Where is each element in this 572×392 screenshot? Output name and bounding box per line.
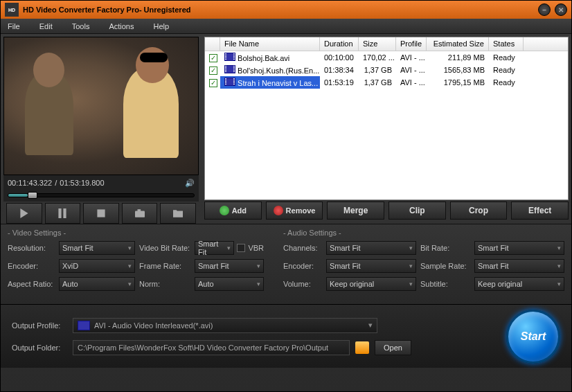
open-folder-button[interactable] bbox=[160, 203, 196, 224]
output-panel: Output Profile: AVI - Audio Video Interl… bbox=[1, 304, 571, 368]
menu-file[interactable]: File bbox=[8, 22, 20, 30]
lbl-vbr: VBR bbox=[248, 244, 264, 252]
file-est-size: 1795,15 MB bbox=[427, 77, 489, 88]
lbl-samplerate: Sample Rate: bbox=[420, 262, 470, 270]
col-header-state[interactable]: States bbox=[489, 37, 524, 51]
app-logo-icon: HD bbox=[5, 3, 19, 17]
file-name: Bolshoj.Bak.avi bbox=[238, 54, 289, 62]
file-list: File Name Duration Size Profile Estimate… bbox=[204, 37, 569, 200]
audio-bitrate-select[interactable]: Smart Fit bbox=[474, 241, 564, 255]
audio-encoder-select[interactable]: Smart Fit bbox=[326, 259, 416, 273]
seek-slider[interactable] bbox=[3, 190, 199, 202]
menu-edit[interactable]: Edit bbox=[39, 22, 53, 30]
file-profile: AVI - ... bbox=[396, 64, 427, 75]
samplerate-select[interactable]: Smart Fit bbox=[474, 259, 564, 273]
time-display: 00:11:43.322 / 01:53:19.800 🔊 bbox=[3, 175, 199, 190]
col-header-name[interactable]: File Name bbox=[220, 37, 320, 51]
file-duration: 01:53:19 bbox=[320, 77, 359, 88]
menu-help[interactable]: Help bbox=[153, 22, 169, 30]
file-checkbox[interactable]: ✓ bbox=[209, 66, 217, 75]
file-duration: 01:38:34 bbox=[320, 64, 359, 75]
col-header-duration[interactable]: Duration bbox=[320, 37, 359, 51]
settings-panel: - Video Settings - Resolution: Smart Fit… bbox=[1, 224, 571, 304]
lbl-resolution: Resolution: bbox=[8, 244, 55, 252]
aspect-select[interactable]: Auto bbox=[59, 277, 135, 291]
player-controls bbox=[3, 202, 199, 225]
window-title: HD Video Converter Factory Pro- Unregist… bbox=[23, 6, 534, 14]
file-est-size: 211,89 MB bbox=[427, 52, 489, 63]
col-header-est[interactable]: Estimated Size bbox=[427, 37, 489, 51]
video-encoder-select[interactable]: XviD bbox=[59, 259, 135, 273]
file-state: Ready bbox=[489, 77, 524, 88]
film-icon bbox=[224, 78, 235, 86]
remove-button[interactable]: Remove bbox=[266, 202, 323, 220]
lbl-framerate: Frame Rate: bbox=[139, 262, 190, 270]
open-output-button[interactable]: Open bbox=[375, 340, 411, 355]
play-button[interactable] bbox=[6, 203, 42, 224]
menu-tools[interactable]: Tools bbox=[72, 22, 90, 30]
start-button[interactable]: Start bbox=[506, 310, 560, 364]
file-size: 1,37 GB bbox=[359, 64, 396, 75]
crop-button[interactable]: Crop bbox=[450, 202, 508, 220]
pause-button[interactable] bbox=[45, 203, 81, 224]
lbl-abitrate: Bit Rate: bbox=[420, 244, 470, 252]
file-est-size: 1565,83 MB bbox=[427, 64, 489, 75]
volume-select[interactable]: Keep original bbox=[326, 277, 416, 291]
volume-icon[interactable]: 🔊 bbox=[185, 179, 195, 188]
app-window: HD HD Video Converter Factory Pro- Unreg… bbox=[0, 0, 572, 392]
time-position: 00:11:43.322 bbox=[8, 179, 52, 187]
file-list-header: File Name Duration Size Profile Estimate… bbox=[205, 37, 568, 51]
file-size: 1,37 GB bbox=[359, 77, 396, 88]
lbl-aspect: Aspect Ratio: bbox=[8, 280, 55, 288]
profile-icon bbox=[78, 321, 90, 330]
close-button[interactable]: ✕ bbox=[555, 3, 567, 16]
lbl-volume: Volume: bbox=[283, 280, 322, 288]
clip-button[interactable]: Clip bbox=[388, 202, 446, 220]
col-header-profile[interactable]: Profile bbox=[396, 37, 427, 51]
preview-pane: 00:11:43.322 / 01:53:19.800 🔊 bbox=[1, 34, 202, 224]
merge-button[interactable]: Merge bbox=[327, 202, 384, 220]
resolution-select[interactable]: Smart Fit bbox=[59, 241, 135, 255]
stop-button[interactable] bbox=[83, 203, 119, 224]
file-row[interactable]: ✓ Bolshoj.Bak.avi00:10:00170,02 ...AVI -… bbox=[205, 51, 568, 64]
menu-actions[interactable]: Actions bbox=[109, 22, 134, 30]
video-settings-title: - Video Settings - bbox=[8, 229, 275, 237]
norm-select[interactable]: Auto bbox=[195, 277, 264, 291]
file-list-pane: File Name Duration Size Profile Estimate… bbox=[202, 34, 571, 224]
lbl-norm: Norm: bbox=[139, 280, 190, 288]
film-icon bbox=[224, 53, 235, 61]
effect-button[interactable]: Effect bbox=[511, 202, 569, 220]
video-bitrate-select[interactable]: Smart Fit bbox=[195, 241, 234, 255]
svg-rect-1 bbox=[135, 211, 145, 217]
file-row[interactable]: ✓ Strah i Nenavist v Las...01:53:191,37 … bbox=[205, 76, 568, 89]
vbr-checkbox[interactable] bbox=[237, 244, 245, 252]
snapshot-button[interactable] bbox=[122, 203, 158, 224]
titlebar: HD HD Video Converter Factory Pro- Unreg… bbox=[1, 1, 571, 19]
file-row[interactable]: ✓ Bol'shoj.Kush.(Rus.En...01:38:341,37 G… bbox=[205, 64, 568, 76]
file-duration: 00:10:00 bbox=[320, 52, 359, 63]
file-checkbox[interactable]: ✓ bbox=[209, 54, 217, 62]
time-duration: 01:53:19.800 bbox=[60, 179, 104, 187]
col-header-size[interactable]: Size bbox=[359, 37, 396, 51]
file-state: Ready bbox=[489, 52, 524, 63]
video-settings: - Video Settings - Resolution: Smart Fit… bbox=[8, 229, 275, 300]
output-folder-input[interactable]: C:\Program Files\WonderFox Soft\HD Video… bbox=[73, 340, 350, 355]
file-state: Ready bbox=[489, 64, 524, 75]
lbl-vbitrate: Video Bit Rate: bbox=[139, 244, 190, 252]
lbl-channels: Channels: bbox=[283, 244, 322, 252]
browse-folder-icon[interactable] bbox=[355, 341, 369, 354]
audio-settings: - Audio Settings - Channels: Smart Fit B… bbox=[283, 229, 564, 300]
minimize-button[interactable]: – bbox=[538, 3, 551, 16]
file-name: Bol'shoj.Kush.(Rus.En... bbox=[238, 66, 319, 75]
file-size: 170,02 ... bbox=[359, 52, 396, 63]
video-preview[interactable] bbox=[3, 37, 199, 175]
add-button[interactable]: Add bbox=[204, 202, 262, 220]
col-header-checkbox[interactable] bbox=[205, 37, 220, 51]
file-checkbox[interactable]: ✓ bbox=[209, 79, 217, 87]
lbl-subtitle: Subtitle: bbox=[420, 280, 470, 288]
framerate-select[interactable]: Smart Fit bbox=[195, 259, 264, 273]
subtitle-select[interactable]: Keep original bbox=[474, 277, 564, 291]
file-profile: AVI - ... bbox=[396, 52, 427, 63]
channels-select[interactable]: Smart Fit bbox=[326, 241, 416, 255]
output-profile-select[interactable]: AVI - Audio Video Interleaved(*.avi) ▾ bbox=[73, 318, 377, 333]
